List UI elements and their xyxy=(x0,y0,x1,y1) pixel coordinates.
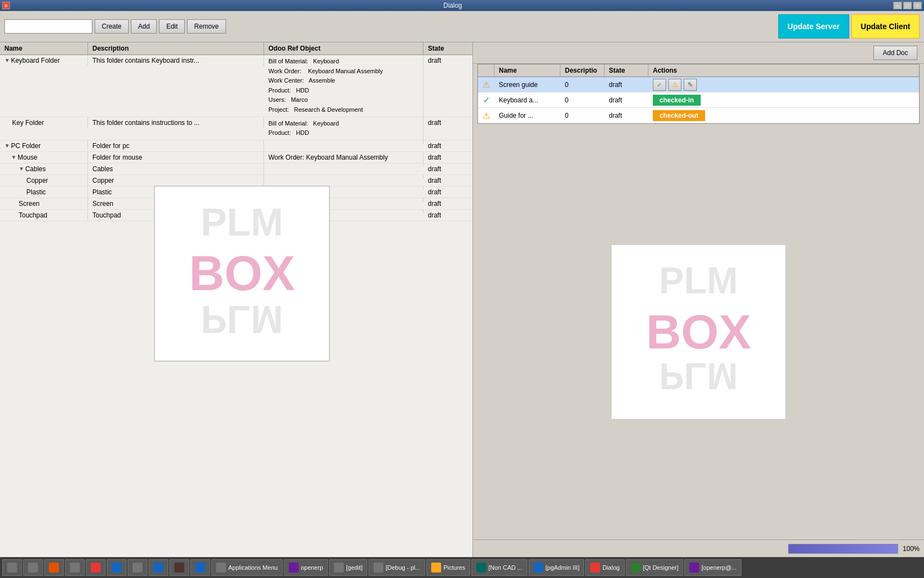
warning-icon: ⚠ xyxy=(482,111,490,121)
rt-col-icon-header xyxy=(478,64,494,77)
table-row[interactable]: Copper Copper draft xyxy=(0,175,472,187)
cell-odoo xyxy=(264,175,424,178)
taskbar-apps-menu[interactable]: Applications Menu xyxy=(211,559,283,576)
taskbar-dialog-label: Dialog xyxy=(602,564,619,571)
taskbar-pgadmin-icon[interactable] xyxy=(190,559,210,576)
action-warn-button[interactable]: ⚠ xyxy=(668,79,681,91)
col-header-odoo: Odoo Ref Object xyxy=(264,42,424,54)
rt-cell-state: draft xyxy=(604,80,648,90)
app-icon: B xyxy=(2,2,10,9)
list-item[interactable]: ⚠ Screen guide 0 draft ✓ ⚠ ✎ xyxy=(478,77,919,92)
taskbar-dialog[interactable]: Dialog xyxy=(585,559,624,576)
cell-odoo: Bill of Material: Keyboard Product: HDD xyxy=(264,117,424,140)
cell-desc: This folder contains Keyboard instr... xyxy=(88,55,264,66)
right-toolbar: Add Doc xyxy=(473,42,924,64)
cell-name: ▼ PC Folder xyxy=(0,140,88,151)
cell-odoo: Bill of Material: Keyboard Work Order: K… xyxy=(264,55,424,117)
cell-name: Plastic xyxy=(0,187,88,197)
cell-state: draft xyxy=(424,163,468,175)
rt-cell-actions: ✓ ⚠ ✎ xyxy=(648,78,758,92)
taskbar-openerp2[interactable]: [openerp@... xyxy=(684,559,741,576)
progress-label: 100% xyxy=(903,545,920,553)
openerp-icon xyxy=(289,563,299,572)
expand-icon[interactable]: ▼ xyxy=(11,154,16,160)
expand-icon[interactable]: ▼ xyxy=(19,166,24,172)
table-row[interactable]: ▼ Cables Cables draft xyxy=(0,163,472,175)
action-edit-button[interactable]: ✎ xyxy=(684,79,697,91)
progress-bar-fill xyxy=(789,544,898,553)
browser-icon xyxy=(49,563,59,572)
taskbar-remmina[interactable] xyxy=(107,559,127,576)
add-doc-button[interactable]: Add Doc xyxy=(873,46,917,60)
update-client-button[interactable]: Update Client xyxy=(851,14,920,39)
list-item[interactable]: ⚠ Guide for ... 0 draft checked-out xyxy=(478,108,919,123)
checked-out-badge: checked-out xyxy=(653,110,705,121)
rt-cell-actions: checked-out xyxy=(648,109,758,122)
rt-cell-state: draft xyxy=(604,95,648,105)
table-row[interactable]: ▼ PC Folder Folder for pc draft xyxy=(0,140,472,152)
taskbar-browser[interactable] xyxy=(44,559,64,576)
list-item[interactable]: ✓ Keyboard a... 0 draft checked-in xyxy=(478,92,919,108)
cell-state: draft xyxy=(424,210,468,221)
apps-menu-icon xyxy=(216,563,226,572)
table-row[interactable]: Key Folder This folder contains instruct… xyxy=(0,117,472,140)
minimize-btn[interactable]: − xyxy=(893,2,902,9)
search-input[interactable] xyxy=(4,19,92,34)
plm-box-svg-right: PLM BOX PLM xyxy=(613,247,784,417)
rt-col-state-header: State xyxy=(604,64,648,77)
close-btn[interactable]: × xyxy=(913,2,922,9)
taskbar-sys-icon[interactable] xyxy=(2,559,22,576)
cell-state: draft xyxy=(424,117,468,128)
taskbar-chrome[interactable] xyxy=(148,559,168,576)
taskbar-pictures[interactable]: Pictures xyxy=(426,559,470,576)
edit-button[interactable]: Edit xyxy=(159,19,185,34)
col-header-name: Name xyxy=(0,42,88,54)
cell-state: draft xyxy=(424,175,468,186)
toolbar-left: Create Add Edit Remove xyxy=(4,19,226,34)
svg-text:PLM: PLM xyxy=(659,259,738,301)
openerp2-icon xyxy=(689,563,699,572)
table-header: Name Description Odoo Ref Object State xyxy=(0,42,472,55)
cell-name: Copper xyxy=(0,175,88,186)
taskbar-files[interactable] xyxy=(23,559,43,576)
rt-cell-icon: ⚠ xyxy=(478,79,494,90)
debug-icon xyxy=(373,563,383,572)
update-server-button[interactable]: Update Server xyxy=(778,14,849,39)
table-row[interactable]: Plastic Plastic draft xyxy=(0,187,472,198)
cell-odoo xyxy=(264,198,424,201)
table-row[interactable]: Touchpad Touchpad draft xyxy=(0,210,472,221)
taskbar-search[interactable] xyxy=(65,559,85,576)
table-row[interactable]: ▼ Mouse Folder for mouse Work Order: Key… xyxy=(0,152,472,163)
cell-name: Key Folder xyxy=(0,117,88,128)
taskbar-non-cad[interactable]: [Non CAD ... xyxy=(471,559,527,576)
table-row[interactable]: ▼ Keyboard Folder This folder contains K… xyxy=(0,55,472,117)
check-icon: ✓ xyxy=(483,95,490,105)
taskbar-network[interactable] xyxy=(128,559,147,576)
remove-button[interactable]: Remove xyxy=(187,19,226,34)
taskbar-debug[interactable]: [Debug - pl... xyxy=(369,559,425,576)
pictures-icon xyxy=(431,563,441,572)
expand-icon[interactable]: ▼ xyxy=(4,57,10,63)
cell-name: ▼ Keyboard Folder xyxy=(0,55,88,66)
taskbar-gedit[interactable]: [gedit] xyxy=(329,559,367,576)
left-panel: Name Description Odoo Ref Object State ▼… xyxy=(0,42,473,557)
rt-col-name-header: Name xyxy=(494,64,560,77)
taskbar-folder[interactable] xyxy=(169,559,189,576)
taskbar-openerp[interactable]: openerp xyxy=(284,559,328,576)
taskbar-qt-designer[interactable]: [Qt Designer] xyxy=(626,559,684,576)
cell-desc: Folder for mouse xyxy=(88,152,264,163)
table-row[interactable]: Screen Screen draft xyxy=(0,198,472,210)
right-table: Name Descriptio State Actions ⚠ Screen g… xyxy=(477,64,920,124)
create-button[interactable]: Create xyxy=(95,19,129,34)
maximize-btn[interactable]: □ xyxy=(903,2,912,9)
action-check-button[interactable]: ✓ xyxy=(653,79,666,91)
expand-icon[interactable]: ▼ xyxy=(4,143,10,149)
search-icon xyxy=(70,563,80,572)
cell-desc: Cables xyxy=(88,163,264,175)
taskbar-filezilla[interactable] xyxy=(86,559,106,576)
folder-icon xyxy=(174,563,184,572)
rt-cell-desc: 0 xyxy=(560,95,604,105)
col-header-state: State xyxy=(424,42,468,54)
add-button[interactable]: Add xyxy=(131,19,157,34)
taskbar-pgadmin3[interactable]: [pgAdmin III] xyxy=(529,559,585,576)
